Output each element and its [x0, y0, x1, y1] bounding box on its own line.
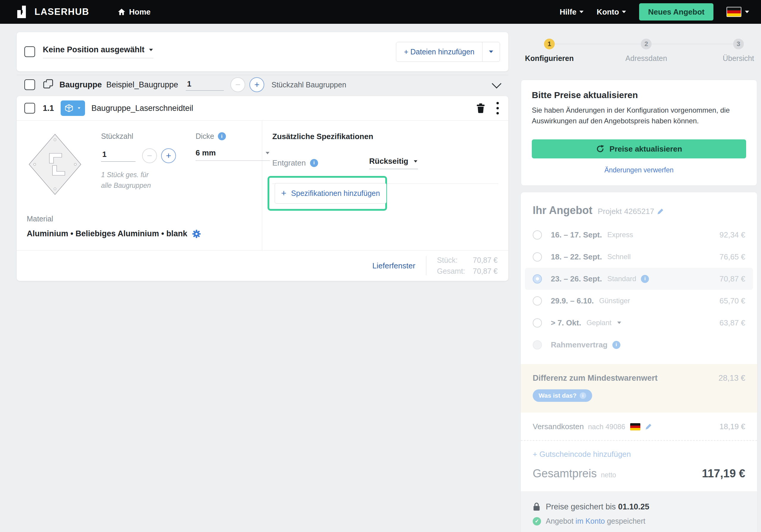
assembly-qty-increase-button[interactable]: + — [249, 77, 264, 92]
assembly-qty-input[interactable]: 1 — [186, 79, 224, 90]
prices-secured-row: Preise gesichert bis 01.10.25 — [533, 502, 745, 511]
radio-button-selected[interactable] — [533, 274, 542, 283]
new-offer-button[interactable]: Neues Angebot — [639, 3, 713, 21]
part-price-summary: Stück: 70,87 € Gesamt: 70,87 € — [437, 256, 498, 275]
material-field: Material Aluminium • Beliebiges Aluminiu… — [27, 214, 252, 238]
part-specs-column: Zusätzliche Spezifikationen Entgraten Rü… — [262, 121, 508, 250]
chevron-down-icon[interactable] — [617, 322, 621, 324]
deburr-info-icon[interactable] — [310, 159, 318, 167]
option-date: > 7. Okt. — [551, 318, 581, 327]
delete-part-button[interactable] — [476, 103, 485, 113]
shipping-section: Versandkosten nach 49086 18,19 € — [521, 413, 757, 441]
option-info-icon[interactable] — [613, 341, 620, 349]
add-specifications-button[interactable]: Spezifikationen hinzufügen — [275, 183, 386, 204]
material-value: Aluminium • Beliebiges Aluminium • blank — [27, 229, 187, 238]
divider — [17, 75, 508, 75]
nav-home[interactable]: Home — [118, 7, 150, 17]
total-net-label: netto — [601, 471, 616, 479]
option-date: 16. – 17. Sept. — [551, 230, 602, 240]
piece-price-value: 70,87 € — [473, 256, 498, 265]
chevron-down-icon — [745, 11, 749, 13]
stepper-step-konfigurieren[interactable]: 1 Konfigurieren — [525, 39, 574, 63]
add-files-dropdown-button[interactable] — [482, 42, 500, 62]
delivery-option-rahmenvertrag[interactable]: Rahmenvertrag — [533, 334, 745, 356]
option-tag: Geplant — [587, 319, 612, 327]
add-files-button[interactable]: + Dateien hinzufügen — [396, 42, 482, 62]
option-date: 29.9. – 6.10. — [551, 296, 594, 306]
delivery-option-geplant[interactable]: > 7. Okt. Geplant 63,87 € — [533, 312, 745, 334]
tutorial-highlight-box: Spezifikationen hinzufügen — [267, 176, 387, 211]
language-selector[interactable] — [727, 7, 749, 17]
german-flag-icon — [630, 423, 641, 431]
edit-shipping-pencil-icon[interactable] — [645, 423, 652, 430]
option-price: 70,87 € — [719, 274, 745, 283]
option-tag: Günstiger — [599, 297, 630, 305]
part-type-badge[interactable] — [61, 100, 85, 116]
update-prices-alert: Bitte Preise aktualisieren Sie haben Änd… — [521, 80, 757, 186]
shipping-destination: nach 49086 — [588, 423, 625, 431]
secured-text: Preise gesichert bis 01.10.25 — [546, 502, 649, 511]
top-nav: LASERHUB Home Hilfe Konto Neues Angebot — [0, 0, 761, 24]
add-voucher-link[interactable]: + Gutscheincode hinzufügen — [521, 441, 757, 461]
radio-button[interactable] — [533, 252, 542, 262]
nav-konto[interactable]: Konto — [597, 7, 626, 17]
part-config-column: Stückzahl 1 − + 1 Stück ges. für alle Ba… — [17, 121, 262, 250]
discard-changes-link[interactable]: Änderungen verwerfen — [532, 166, 746, 174]
lock-icon — [533, 502, 541, 511]
position-toolbar: Keine Position ausgewählt + Dateien hinz… — [17, 32, 508, 71]
material-settings-gear-icon[interactable] — [192, 229, 201, 238]
chevron-down-icon — [489, 50, 493, 53]
stepper-step-uebersicht[interactable]: 3 Übersicht — [723, 39, 754, 63]
quote-card: Ihr Angebot Projekt 4265217 16. – 17. Se… — [521, 192, 757, 532]
part-qty-input[interactable]: 1 — [101, 150, 136, 162]
select-all-checkbox[interactable] — [25, 46, 35, 57]
thickness-dropdown[interactable]: 6 mm — [196, 148, 270, 161]
part-thumbnail[interactable] — [27, 132, 83, 198]
chevron-down-icon — [149, 49, 153, 51]
part-checkbox[interactable] — [25, 103, 35, 114]
update-prices-label: Preise aktualisieren — [610, 145, 682, 154]
delivery-option-standard[interactable]: 23. – 26. Sept. Standard 70,87 € — [525, 268, 753, 290]
option-price: 76,65 € — [719, 252, 745, 262]
assembly-layers-icon — [43, 79, 53, 90]
radio-button[interactable] — [533, 296, 542, 306]
part-qty-decrease-button[interactable]: − — [142, 148, 157, 163]
stepper-step-adressdaten[interactable]: 2 Adressdaten — [625, 39, 667, 63]
account-link[interactable]: im Konto — [575, 517, 605, 525]
saved-prefix: Angebot — [546, 517, 573, 525]
radio-button[interactable] — [533, 230, 542, 240]
position-select-dropdown[interactable]: Keine Position ausgewählt — [43, 45, 153, 58]
what-is-this-badge[interactable]: Was ist das? — [533, 389, 592, 402]
collapse-assembly-chevron[interactable] — [492, 79, 501, 89]
option-info-icon[interactable] — [641, 275, 649, 283]
nav-hilfe[interactable]: Hilfe — [560, 7, 584, 17]
option-price: 63,87 € — [719, 318, 745, 327]
part-3d-icon — [64, 104, 74, 113]
part-more-menu-button[interactable] — [495, 101, 500, 116]
delivery-option-schnell[interactable]: 18. – 22. Sept. Schnell 76,65 € — [533, 246, 745, 268]
german-flag-icon — [727, 7, 741, 17]
assembly-qty-decrease-button[interactable]: − — [230, 77, 245, 92]
thickness-value: 6 mm — [196, 148, 216, 157]
chevron-down-icon — [414, 160, 417, 162]
add-specifications-label: Spezifikationen hinzufügen — [291, 189, 380, 198]
update-prices-button[interactable]: Preise aktualisieren — [532, 140, 746, 158]
quote-saved-row: Angebot im Konto gespeichert — [533, 517, 745, 525]
deburr-dropdown[interactable]: Rückseitig — [369, 157, 418, 169]
laserhub-logo[interactable]: LASERHUB — [17, 5, 89, 19]
delivery-option-express[interactable]: 16. – 17. Sept. Express 92,34 € — [533, 224, 745, 246]
project-reference: Projekt 4265217 — [598, 207, 664, 216]
thickness-field: Dicke 6 mm — [196, 132, 270, 198]
delivery-option-guenstiger[interactable]: 29.9. – 6.10. Günstiger 65,70 € — [533, 290, 745, 312]
part-qty-increase-button[interactable]: + — [161, 148, 176, 163]
step-number: 1 — [544, 39, 555, 49]
add-files-split-button: + Dateien hinzufügen — [396, 42, 500, 62]
assembly-checkbox[interactable] — [25, 79, 35, 90]
thickness-info-icon[interactable] — [218, 132, 226, 140]
edit-project-pencil-icon[interactable] — [657, 208, 664, 215]
chevron-down-icon — [622, 11, 626, 13]
delivery-window-link[interactable]: Lieferfenster — [373, 261, 416, 270]
part-actions — [476, 101, 500, 116]
deburr-value: Rückseitig — [369, 157, 408, 166]
radio-button[interactable] — [533, 318, 542, 327]
